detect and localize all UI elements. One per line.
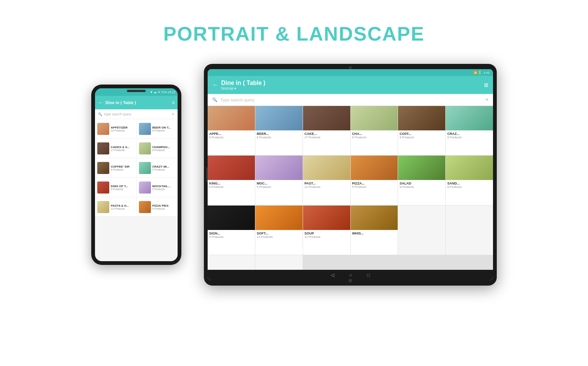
grid-item-salad[interactable]: SALAD 8 Products: [398, 156, 445, 205]
grid-item-name: SAND...: [446, 181, 493, 185]
phone-item-name: MOCKTAIL...: [152, 185, 170, 188]
phone-thumb-champagne: [139, 142, 151, 154]
grid-item-count: 8 Products: [446, 185, 493, 189]
list-item[interactable]: CAKES & S... 17 Products CHAMPAG... 6 Pr…: [95, 139, 178, 158]
grid-item-sandwich[interactable]: SAND... 8 Products: [446, 156, 493, 205]
grid-item-count: 6 Products: [351, 136, 398, 139]
phone-item-name: COFFEE' SIR: [111, 165, 130, 168]
grid-item-count: 6 Products: [208, 185, 255, 189]
phone-thumb-coffee: [97, 162, 109, 174]
phone-menu-icon[interactable]: ≡: [172, 100, 175, 105]
phone-list-cell-cakes[interactable]: CAKES & S... 17 Products: [95, 139, 137, 158]
grid-item-appetizer[interactable]: APPE... 9 Products: [208, 106, 255, 155]
phone-item-name: CAKES & S...: [111, 145, 130, 149]
tablet-toolbar-subtitle: Normal ▾: [221, 86, 481, 91]
grid-item-mocktail[interactable]: MOC... 5 Products: [255, 156, 303, 205]
grid-item-name: SOUP: [303, 231, 350, 235]
tablet-search-input[interactable]: Type search query: [220, 98, 482, 102]
grid-thumb-sandwich: [446, 156, 493, 180]
grid-item-name: BEER...: [255, 132, 303, 136]
tablet-search-bar[interactable]: 🔍 Type search query ✕: [208, 94, 493, 106]
phone-item-count: 8 Products: [111, 168, 130, 171]
grid-item-count: 5 Products: [446, 136, 493, 139]
list-item[interactable]: PASTA & H... 12 Products PIZZA PIES 5 Pr…: [95, 197, 178, 217]
list-item[interactable]: COFFEE' SIR 8 Products CRAZY MI... 5 Pro…: [95, 158, 178, 178]
grid-item-champagne[interactable]: CHA... 6 Products: [351, 106, 398, 155]
phone-list-cell-beer[interactable]: BEER ON T... 6 Products: [137, 119, 178, 138]
grid-empty: [208, 255, 255, 270]
page-title: PORTRAIT & LANDSCAPE: [163, 23, 425, 45]
tablet-nav-bar: ◁ ○ □: [208, 270, 493, 280]
grid-thumb-coffee: [398, 106, 445, 130]
phone-search-input[interactable]: Type search query: [104, 112, 170, 116]
tablet-time: 1:43: [483, 71, 489, 74]
grid-item-crazy[interactable]: CRAZ... 5 Products: [446, 106, 493, 155]
grid-item-count: 8 Products: [398, 185, 445, 189]
tablet-toolbar-title: Dine in ( Table ): [221, 80, 481, 86]
grid-item-soft[interactable]: SOFT... 12 Products: [255, 206, 303, 255]
phone-list-cell-coffee[interactable]: COFFEE' SIR 8 Products: [95, 158, 137, 177]
grid-item-name: CAKE...: [303, 132, 350, 136]
grid-item-count: 12 Products: [303, 235, 350, 239]
grid-item-beer[interactable]: BEER... 6 Products: [255, 106, 303, 155]
phone-item-count: 5 Products: [152, 207, 169, 210]
phone-list-cell-pizza[interactable]: PIZZA PIES 5 Products: [137, 197, 178, 216]
phone-back-button[interactable]: ←: [98, 100, 103, 106]
grid-item-coffee[interactable]: COFF... 9 Products: [398, 106, 445, 155]
tablet-status-bar: 📶 🔋 1:43: [208, 69, 493, 76]
grid-item-count: 9 Products: [208, 136, 255, 139]
grid-thumb-whisky: [351, 206, 398, 230]
grid-thumb-cakes: [303, 106, 350, 130]
phone-list-cell-king[interactable]: KING OF T... 5 Products: [95, 178, 137, 197]
phone-thumb-cakes: [97, 142, 109, 154]
phone-item-count: 6 Products: [152, 149, 170, 151]
grid-item-name: KING...: [208, 181, 255, 185]
tablet-back-button[interactable]: ←: [212, 82, 218, 88]
phone-status-bar: ▼ ☁ ✦ 71% 15:15: [95, 88, 178, 96]
tablet-search-clear-icon[interactable]: ✕: [485, 97, 488, 102]
phone-screen: ▼ ☁ ✦ 71% 15:15 ← Dine in ( Table ) ≡ 🔍 …: [95, 88, 178, 261]
grid-item-count: 17 Products: [303, 136, 350, 139]
tablet-nav-home[interactable]: ○: [349, 272, 352, 278]
grid-item-pasta[interactable]: PAST... 12 Products: [303, 156, 350, 205]
grid-item-name: APPE...: [208, 132, 255, 136]
grid-thumb-champagne: [351, 106, 398, 130]
phone-search-icon: 🔍: [98, 112, 102, 116]
phone-item-name: PASTA & H...: [111, 204, 129, 207]
phone-thumb-appetizer: [97, 123, 109, 135]
phone-item-count: 6 Products: [152, 129, 171, 132]
phone-thumb-pasta: [97, 201, 109, 213]
grid-thumb-sign: [208, 206, 255, 230]
grid-item-king[interactable]: KING... 6 Products: [208, 156, 255, 205]
phone-list-cell-pasta[interactable]: PASTA & H... 12 Products: [95, 197, 137, 216]
grid-item-sign[interactable]: SIGN... 5 Products: [208, 206, 255, 255]
list-item[interactable]: KING OF T... 5 Products MOCKTAIL... 5 Pr…: [95, 178, 178, 197]
grid-thumb-beer: [255, 106, 303, 130]
phone-search-clear-icon[interactable]: ✕: [172, 112, 175, 116]
phone-thumb-beer: [139, 123, 151, 135]
tablet-toolbar: ← Dine in ( Table ) Normal ▾ ⊞: [208, 76, 493, 94]
grid-item-whisky[interactable]: WHIS...: [351, 206, 398, 255]
tablet-search-icon: 🔍: [212, 97, 217, 102]
phone-list-cell-mocktail[interactable]: MOCKTAIL... 5 Products: [137, 178, 178, 197]
grid-thumb-crazy: [446, 106, 493, 130]
grid-item-name: WHIS...: [351, 231, 398, 235]
grid-empty: [255, 255, 303, 270]
grid-item-cakes[interactable]: CAKE... 17 Products: [303, 106, 350, 155]
grid-item-pizza[interactable]: PIZZA... 5 Products: [351, 156, 398, 205]
phone-list-cell-crazy[interactable]: CRAZY MI... 5 Products: [137, 158, 178, 177]
phone-thumb-mocktail: [139, 181, 151, 194]
grid-thumb-soft: [255, 206, 303, 230]
tablet-nav-back[interactable]: ◁: [331, 272, 334, 278]
phone-device: ▼ ☁ ✦ 71% 15:15 ← Dine in ( Table ) ≡ 🔍 …: [91, 85, 181, 265]
list-item[interactable]: APPETIZER 10 Products BEER ON T... 6 Pro…: [95, 119, 178, 139]
phone-list-cell-appetizer[interactable]: APPETIZER 10 Products: [95, 119, 137, 138]
phone-item-count: 10 Products: [111, 129, 128, 132]
grid-item-name: SALAD: [398, 181, 445, 185]
phone-list-cell-champagne[interactable]: CHAMPAG... 6 Products: [137, 139, 178, 158]
grid-item-soup[interactable]: SOUP 12 Products: [303, 206, 350, 255]
grid-item-count: 9 Products: [398, 136, 445, 139]
tablet-menu-icon[interactable]: ⊞: [484, 82, 488, 88]
tablet-nav-recent[interactable]: □: [367, 272, 370, 278]
phone-search-bar[interactable]: 🔍 Type search query ✕: [95, 109, 178, 119]
